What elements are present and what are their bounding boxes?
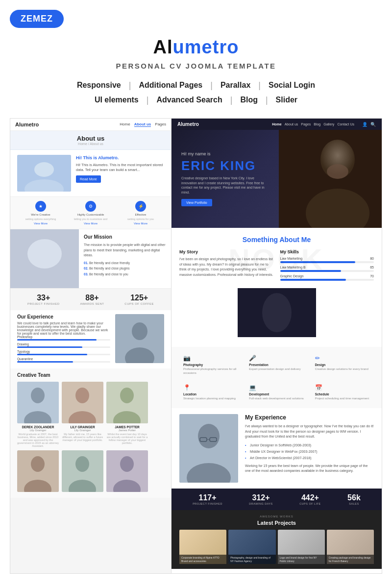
about-image xyxy=(17,155,71,192)
right-nav-contact[interactable]: Contact Us xyxy=(337,122,354,126)
photography-icon: 📷 xyxy=(183,355,238,362)
team-member-1: DEREK ZOOLANDER Lily Grainger World grad… xyxy=(17,382,59,447)
right-nav-about[interactable]: About us xyxy=(285,122,298,126)
feature-ui-elements[interactable]: UI elements xyxy=(89,94,145,106)
skill-quarantine: Quarantine xyxy=(17,357,110,363)
mission-silhouette xyxy=(10,229,79,288)
hero-portfolio-button[interactable]: View Portfolio xyxy=(181,199,212,206)
about-heading: Hi! This is Alumetro. xyxy=(76,155,164,161)
stat-sales-num: 56k xyxy=(347,493,361,502)
experience-list: Junior Designer in SoftWeb (2008-2003) M… xyxy=(245,442,374,461)
about-me-section: NOCK Something About Me My Story I've be… xyxy=(172,228,382,347)
right-nav: Alumetro Home About us Pages Blog Galler… xyxy=(172,119,382,130)
experience-body: We could love to talk picture and learn … xyxy=(17,321,110,335)
stat-dd-label: DRAWING DAYS xyxy=(249,502,272,505)
read-more-button[interactable]: Read More xyxy=(76,175,101,183)
svg-point-2 xyxy=(27,265,62,288)
effective-label: Effective xyxy=(135,213,147,216)
experience-right-text: My Experience I've always wanted to be a… xyxy=(245,414,374,483)
location-icon: 📍 xyxy=(183,384,238,391)
feature-slider[interactable]: Slider xyxy=(270,94,303,106)
zemez-logo[interactable]: ZEMEZ xyxy=(10,10,64,28)
right-nav-blog[interactable]: Blog xyxy=(314,122,320,126)
creative-view-more[interactable]: View More xyxy=(34,222,48,225)
feature-parallax[interactable]: Parallax xyxy=(215,79,256,92)
team-member-4 xyxy=(17,450,59,494)
stat-pf-num: 117+ xyxy=(193,493,222,502)
portfolio-item-1[interactable]: Corporate branding of Alpine ATTO Brand … xyxy=(179,530,226,564)
svg-point-22 xyxy=(120,456,134,472)
search-icon[interactable]: 🔍 xyxy=(370,122,376,127)
about-text: Hi! This is Alumetro. Hi! This is Alumet… xyxy=(76,155,164,192)
team-role-3: James Potter xyxy=(106,429,148,432)
hero-person-image xyxy=(279,130,382,228)
portfolio-item-2[interactable]: Photography, design and branding of NY F… xyxy=(228,530,275,564)
customizable-view-more[interactable]: View More xyxy=(84,222,98,225)
photography-desc: Professional photography services for al… xyxy=(183,368,238,375)
exp-item-2: Middle UX Designer in WebFox (2003-2007) xyxy=(245,448,374,455)
stat-coffee: 125+ CUPS OF COFFEE xyxy=(124,294,154,305)
location-label: Location xyxy=(183,392,238,396)
skill-drawing-label: Drawing xyxy=(17,343,110,346)
about-me-cols: My Story I've been on design and photogr… xyxy=(179,249,374,283)
portfolio-caption-2: Photography, design and branding of NY F… xyxy=(228,555,275,564)
svg-point-4 xyxy=(132,322,147,340)
about-body: Hi! This is Alumetro. This is the most i… xyxy=(76,163,164,173)
video-thumbnail[interactable]: ▶ xyxy=(238,288,316,337)
left-nav: Alumetro Home About us Pages xyxy=(10,119,171,131)
sep3: | xyxy=(256,80,263,91)
mission-bullet-3: Be friendly and close to you xyxy=(84,271,166,277)
sep4: | xyxy=(145,95,151,105)
feature-social-login[interactable]: Social Login xyxy=(263,79,321,92)
about-page-title: About us xyxy=(17,135,164,142)
team-title: Creative Team xyxy=(17,372,164,378)
mission-bullets: Be friendly and close friendly Be friend… xyxy=(84,260,166,277)
stat-coffee-num: 125+ xyxy=(124,294,154,302)
service-schedule: 📅 Schedule Project scheduling and time m… xyxy=(311,381,374,404)
calendar-icon: 📅 xyxy=(315,384,370,391)
hero-tag: Hi! my name is xyxy=(181,151,270,156)
left-nav-pages[interactable]: Pages xyxy=(155,122,166,127)
left-nav-about[interactable]: About us xyxy=(134,122,151,127)
feature-additional-pages[interactable]: Additional Pages xyxy=(133,79,208,92)
portfolio-title: Latest Projects xyxy=(179,520,374,526)
team-member-3: JAMES POTTER James Potter Whilst the eve… xyxy=(106,382,148,447)
left-nav-home[interactable]: Home xyxy=(120,122,130,127)
svg-point-29 xyxy=(262,293,292,332)
left-nav-logo: Alumetro xyxy=(15,122,39,127)
development-desc: Full-stack web development and solutions xyxy=(249,397,304,401)
portfolio-item-4[interactable]: Creating package and branding design for… xyxy=(327,530,374,564)
story-column: My Story I've been on design and photogr… xyxy=(179,249,273,283)
portfolio-item-3[interactable]: Logo and brand design for first NY Publi… xyxy=(278,530,325,564)
portfolio-caption-3: Logo and brand design for first NY Publi… xyxy=(278,555,325,564)
skill-lm-label: Law Marketing80 xyxy=(280,257,374,260)
laptop-icon: 💻 xyxy=(249,384,304,391)
right-nav-gallery[interactable]: Gallery xyxy=(323,122,334,126)
schedule-label: Schedule xyxy=(315,392,370,396)
team-grid-2 xyxy=(17,450,164,494)
skill-drawing-bar xyxy=(17,346,82,348)
right-nav-home[interactable]: Home xyxy=(272,122,281,126)
effective-view-more[interactable]: View More xyxy=(134,222,147,225)
feat-creative: ★ We're Creative setting options everyth… xyxy=(17,201,64,225)
team-desc-3: Whilst the event last day 10 days are ac… xyxy=(106,433,148,444)
feat-customizable: ⚙ Highly Customizable letting you to cus… xyxy=(67,201,114,225)
feature-advanced-search[interactable]: Advanced Search xyxy=(150,94,228,106)
user-icon[interactable]: 👤 xyxy=(362,122,368,127)
svg-point-19 xyxy=(75,456,89,472)
feature-responsive[interactable]: Responsive xyxy=(71,79,127,92)
hero-desc: Creative designer based in New York City… xyxy=(181,176,270,195)
creative-label: We're Creative xyxy=(31,213,50,216)
skill-photoshop: Photoshop xyxy=(17,335,110,341)
sep6: | xyxy=(264,95,270,105)
features-row-2: UI elements | Advanced Search | Blog | S… xyxy=(89,94,303,106)
right-nav-pages[interactable]: Pages xyxy=(301,122,311,126)
service-development: 💻 Development Full-stack web development… xyxy=(245,381,308,404)
team-section: Creative Team DEREK ZOOLANDER Lily Grain… xyxy=(10,368,171,498)
services-grid: 📷 Photography Professional photography s… xyxy=(172,347,382,408)
portfolio-grid: Corporate branding of Alpine ATTO Brand … xyxy=(179,530,374,564)
stat-drawing-days: 312+ DRAWING DAYS xyxy=(249,493,272,505)
exp-item-3: Art Director in WebScientist (2007-2018) xyxy=(245,455,374,461)
hero-name: ERIC KING xyxy=(181,159,270,173)
feature-blog[interactable]: Blog xyxy=(234,94,264,106)
